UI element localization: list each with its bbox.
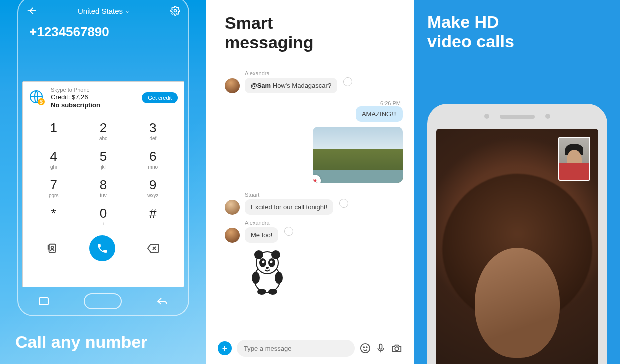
- keypad-letters: [29, 136, 78, 142]
- credit-sub-line: No subscription: [51, 101, 137, 109]
- recent-apps-icon[interactable]: [38, 297, 49, 306]
- message-composer: +: [218, 340, 403, 357]
- message-text: Me too!: [251, 231, 272, 239]
- message-block: Alexandra @Sam How's Madagascar?: [245, 70, 337, 93]
- camera-icon[interactable]: [391, 343, 403, 354]
- svg-point-15: [262, 261, 265, 263]
- image-message[interactable]: ♥: [313, 127, 403, 183]
- phone-sensor-dot: [484, 114, 489, 119]
- home-button[interactable]: [84, 293, 122, 309]
- react-icon[interactable]: [339, 199, 348, 208]
- video-self-pip[interactable]: [558, 137, 590, 181]
- credit-top-line: Skype to Phone: [51, 87, 137, 93]
- svg-point-20: [257, 289, 266, 295]
- svg-rect-25: [380, 344, 382, 349]
- dialer-top-bar: United States ⌄: [22, 2, 184, 19]
- svg-point-22: [361, 344, 370, 353]
- keypad-letters: tuv: [78, 193, 128, 199]
- credit-text-block: Skype to Phone Credit: $7,26 No subscrip…: [51, 87, 137, 109]
- keypad-key-9[interactable]: 9wxyz: [128, 173, 178, 202]
- keypad-letters: def: [128, 136, 178, 142]
- panel1-caption: Call any number: [15, 332, 148, 352]
- phone-screen: United States ⌄ +1234567890 $ Skype to P…: [22, 2, 184, 287]
- sender-name: Alexandra: [245, 220, 278, 226]
- panel3-headline: Make HDvideo calls: [414, 0, 620, 51]
- keypad-letters: wxyz: [128, 193, 178, 199]
- svg-point-24: [366, 347, 367, 348]
- country-selector[interactable]: United States ⌄: [78, 7, 130, 15]
- keypad-letters: abc: [78, 136, 128, 142]
- svg-text:$: $: [40, 99, 43, 105]
- svg-point-16: [270, 261, 273, 263]
- svg-point-21: [268, 289, 277, 295]
- message-input[interactable]: [237, 340, 355, 357]
- react-icon[interactable]: [284, 227, 293, 236]
- keypad-key-4[interactable]: 4ghi: [29, 145, 78, 173]
- chevron-down-icon: ⌄: [125, 7, 130, 14]
- keypad-digit: 8: [78, 177, 128, 193]
- svg-rect-5: [48, 246, 49, 247]
- avatar: [225, 228, 240, 243]
- keypad-key-*[interactable]: *: [29, 202, 78, 230]
- svg-point-19: [275, 272, 283, 284]
- call-button[interactable]: [89, 235, 115, 261]
- message-block: Alexandra Me too!: [245, 220, 278, 243]
- keypad-letters: jkl: [78, 164, 128, 170]
- keypad-key-1[interactable]: 1: [29, 116, 78, 145]
- keypad-key-5[interactable]: 5jkl: [78, 145, 128, 173]
- contacts-icon[interactable]: [47, 243, 58, 254]
- dialer-action-row: [23, 230, 184, 268]
- country-label: United States: [78, 7, 123, 15]
- keypad-key-6[interactable]: 6mno: [128, 145, 178, 173]
- message-bubble[interactable]: Excited for our call tonight!: [245, 199, 333, 215]
- globe-credit-icon: $: [29, 89, 46, 106]
- keypad-key-7[interactable]: 7pqrs: [29, 173, 78, 202]
- back-softkey-icon[interactable]: [156, 297, 168, 306]
- message-bubble[interactable]: Me too!: [245, 227, 278, 243]
- microphone-icon[interactable]: [376, 343, 386, 354]
- message-text: AMAZING!!!: [362, 110, 397, 118]
- keypad-key-#[interactable]: #: [128, 202, 178, 230]
- backspace-icon[interactable]: [147, 243, 160, 254]
- keypad-digit: 5: [78, 149, 128, 164]
- video-primary-face: [475, 248, 560, 358]
- timestamp: 6:26 PM: [225, 98, 403, 106]
- phone-mockup: United States ⌄ +1234567890 $ Skype to P…: [17, 0, 189, 316]
- keypad-key-0[interactable]: 0+: [78, 202, 128, 230]
- get-credit-button[interactable]: Get credit: [142, 92, 178, 103]
- keypad-key-2[interactable]: 2abc: [78, 116, 128, 145]
- keypad-letters: [128, 221, 178, 227]
- chat-thread: Alexandra @Sam How's Madagascar? 6:26 PM…: [225, 70, 403, 334]
- keypad-digit: 1: [29, 120, 78, 136]
- keypad-digit: 3: [128, 120, 178, 136]
- mention: @Sam: [251, 82, 271, 89]
- video-call-canvas: [436, 129, 598, 364]
- keypad-digit: 6: [128, 149, 178, 164]
- message-bubble[interactable]: @Sam How's Madagascar?: [245, 78, 337, 93]
- keypad: 12abc3def4ghi5jkl6mno7pqrs8tuv9wxyz*0+#: [23, 113, 184, 230]
- svg-point-23: [363, 347, 364, 348]
- emoji-icon[interactable]: [360, 343, 371, 354]
- keypad-key-3[interactable]: 3def: [128, 116, 178, 145]
- message-row: AMAZING!!!: [225, 106, 403, 122]
- react-icon[interactable]: [343, 77, 352, 86]
- svg-point-18: [252, 272, 260, 284]
- message-row: Stuart Excited for our call tonight!: [225, 192, 403, 215]
- sender-name: Alexandra: [245, 70, 337, 76]
- svg-point-17: [266, 267, 269, 269]
- credit-row: $ Skype to Phone Credit: $7,26 No subscr…: [23, 82, 184, 113]
- phone-speaker: [500, 115, 535, 119]
- svg-point-7: [51, 246, 53, 249]
- back-icon[interactable]: [26, 5, 37, 16]
- gear-icon[interactable]: [170, 6, 180, 16]
- panel2-headline: Smartmessaging: [206, 0, 414, 57]
- keypad-key-8[interactable]: 8tuv: [78, 173, 128, 202]
- keypad-letters: mno: [128, 164, 178, 170]
- keypad-letters: pqrs: [29, 193, 78, 199]
- sticker-panda[interactable]: [245, 248, 290, 295]
- message-row: Alexandra Me too!: [225, 220, 403, 243]
- dialer-card: $ Skype to Phone Credit: $7,26 No subscr…: [22, 81, 184, 287]
- message-bubble-own[interactable]: AMAZING!!!: [356, 106, 403, 122]
- keypad-digit: 0: [78, 206, 128, 221]
- add-attachment-button[interactable]: +: [218, 341, 232, 355]
